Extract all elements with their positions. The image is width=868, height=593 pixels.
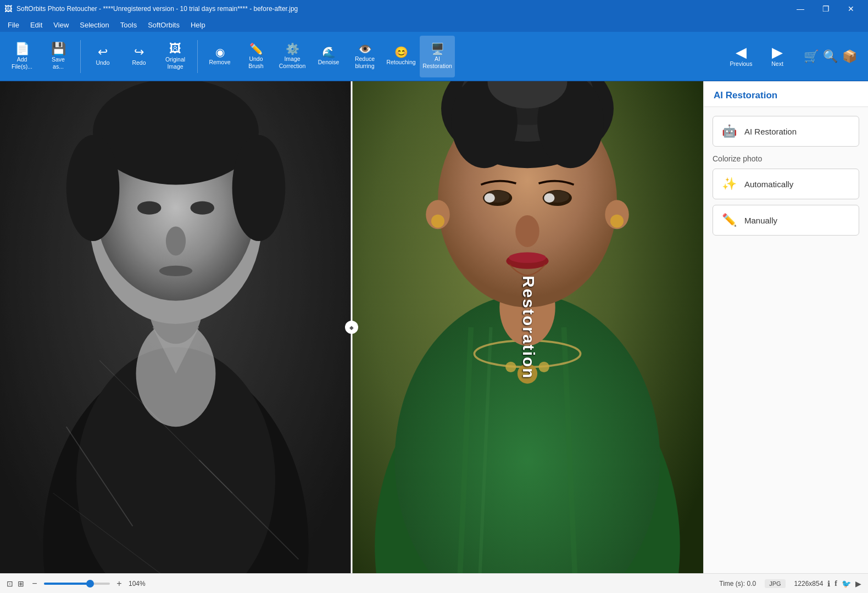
- svg-point-15: [159, 266, 192, 276]
- image-correction-label: ImageCorrection: [279, 55, 305, 69]
- remove-icon: ◉: [215, 47, 225, 58]
- ai-restoration-label: AIRestoration: [422, 55, 452, 69]
- svg-point-46: [485, 193, 495, 203]
- denoise-button[interactable]: 🌊 Denoise: [311, 36, 346, 77]
- original-image-label: OriginalImage: [165, 56, 185, 70]
- panel-header: AI Restoration: [704, 81, 868, 107]
- menu-help[interactable]: Help: [185, 20, 211, 30]
- retouching-button[interactable]: 😊 Retouching: [383, 36, 419, 77]
- twitter-icon[interactable]: 🐦: [842, 579, 851, 588]
- undo-label: Undo: [96, 59, 109, 66]
- status-bar: ⊡ ⊞ − + 104% Time (s): 0.0 JPG 1226x854 …: [0, 573, 868, 593]
- automatically-icon: ✨: [722, 177, 737, 191]
- before-image: [0, 81, 352, 573]
- ai-restoration-panel-button[interactable]: 🤖 AI Restoration: [713, 116, 859, 147]
- menu-file[interactable]: File: [2, 20, 25, 30]
- add-files-button[interactable]: 📄 AddFile(s)...: [4, 36, 40, 77]
- youtube-icon[interactable]: ▶: [855, 579, 861, 588]
- search-icon[interactable]: 🔍: [823, 49, 838, 64]
- minimize-button[interactable]: —: [788, 0, 813, 18]
- status-social-icons: ℹ f 🐦 ▶: [827, 579, 861, 588]
- window-title: SoftOrbits Photo Retoucher - ****Unregis…: [16, 5, 298, 13]
- reduce-blurring-label: Reduceblurring: [355, 55, 375, 69]
- zoom-out-button[interactable]: −: [29, 578, 41, 590]
- dimensions-label: 1226x854: [794, 580, 824, 588]
- reduce-blurring-icon: 👁️: [358, 43, 372, 54]
- next-icon: ▶: [772, 45, 783, 59]
- main-area: ◆ Restoration AI Restoration 🤖 AI Restor…: [0, 81, 868, 573]
- cart-icon[interactable]: 🛒: [804, 49, 819, 64]
- title-left: 🖼 SoftOrbits Photo Retoucher - ****Unreg…: [4, 4, 298, 13]
- separator-1: [80, 40, 81, 73]
- manually-button[interactable]: ✏️ Manually: [713, 205, 859, 236]
- title-bar: 🖼 SoftOrbits Photo Retoucher - ****Unreg…: [0, 0, 868, 18]
- title-controls: — ❐ ✕: [788, 0, 864, 18]
- format-badge: JPG: [765, 579, 785, 588]
- zoom-slider[interactable]: [44, 583, 110, 585]
- next-button[interactable]: ▶ Next: [760, 36, 795, 77]
- split-handle[interactable]: ◆: [345, 321, 358, 334]
- automatically-button[interactable]: ✨ Automatically: [713, 169, 859, 199]
- add-files-icon: 📄: [15, 43, 30, 55]
- status-fit-icon[interactable]: ⊡: [7, 579, 13, 588]
- app-icon: 🖼: [4, 4, 12, 13]
- svg-point-28: [505, 362, 516, 372]
- svg-point-41: [610, 215, 624, 228]
- manually-icon: ✏️: [722, 213, 737, 227]
- zoom-controls: − + 104%: [29, 578, 151, 590]
- facebook-icon[interactable]: f: [834, 579, 837, 588]
- status-zoom-fit-icon[interactable]: ⊞: [18, 579, 24, 588]
- remove-label: Remove: [209, 59, 230, 66]
- menu-softorbits[interactable]: SoftOrbits: [142, 20, 185, 30]
- after-image: [352, 81, 703, 573]
- image-correction-button[interactable]: ⚙️ ImageCorrection: [275, 36, 310, 77]
- undo-brush-icon: ✏️: [249, 43, 263, 54]
- zoom-thumb[interactable]: [86, 580, 94, 588]
- svg-point-50: [509, 253, 546, 263]
- redo-icon: ↪: [134, 46, 144, 58]
- status-info: Time (s): 0.0 JPG 1226x854: [719, 579, 823, 588]
- ai-restoration-panel-icon: 🤖: [722, 124, 737, 138]
- svg-point-12: [137, 202, 161, 215]
- canvas-area[interactable]: ◆ Restoration: [0, 81, 703, 573]
- menu-edit[interactable]: Edit: [25, 20, 48, 30]
- svg-point-9: [93, 81, 259, 184]
- undo-brush-button[interactable]: ✏️ UndoBrush: [238, 36, 274, 77]
- denoise-icon: 🌊: [322, 47, 336, 58]
- cube-icon[interactable]: 📦: [842, 49, 857, 64]
- original-image-button[interactable]: 🖼 OriginalImage: [158, 36, 193, 77]
- toolbar-group-history: ↩ Undo ↪ Redo 🖼 OriginalImage: [85, 36, 193, 77]
- menu-view[interactable]: View: [48, 20, 74, 30]
- toolbar: 📄 AddFile(s)... 💾 Saveas... ↩ Undo ↪ Red…: [0, 32, 868, 81]
- ai-restoration-toolbar-button[interactable]: 🖥️ AIRestoration: [420, 36, 455, 77]
- info-icon[interactable]: ℹ: [827, 579, 830, 588]
- svg-point-27: [518, 363, 537, 383]
- previous-button[interactable]: ◀ Previous: [724, 36, 759, 77]
- split-container: ◆ Restoration: [0, 81, 703, 573]
- redo-button[interactable]: ↪ Redo: [121, 36, 157, 77]
- toolbar-group-main: 📄 AddFile(s)... 💾 Saveas...: [4, 36, 76, 77]
- separator-2: [197, 40, 198, 73]
- original-image-icon: 🖼: [169, 43, 181, 55]
- before-half: [0, 81, 352, 573]
- redo-label: Redo: [132, 59, 146, 66]
- undo-button[interactable]: ↩ Undo: [85, 36, 120, 77]
- after-svg: [352, 81, 703, 573]
- close-button[interactable]: ✕: [838, 0, 864, 18]
- zoom-in-button[interactable]: +: [113, 578, 125, 590]
- undo-icon: ↩: [98, 46, 108, 58]
- add-files-label: AddFile(s)...: [12, 56, 32, 70]
- toolbar-right-icons: 🛒 🔍 📦: [797, 49, 864, 64]
- manually-label: Manually: [744, 216, 777, 225]
- image-correction-icon: ⚙️: [286, 43, 299, 54]
- undo-brush-label: UndoBrush: [248, 55, 263, 69]
- menu-tools[interactable]: Tools: [115, 20, 142, 30]
- toolbar-nav-group: ◀ Previous ▶ Next: [724, 36, 795, 77]
- reduce-blurring-button[interactable]: 👁️ Reduceblurring: [347, 36, 382, 77]
- remove-button[interactable]: ◉ Remove: [202, 36, 237, 77]
- svg-point-48: [515, 215, 539, 247]
- save-as-button[interactable]: 💾 Saveas...: [41, 36, 76, 77]
- maximize-button[interactable]: ❐: [813, 0, 838, 18]
- previous-label: Previous: [730, 60, 753, 68]
- menu-selection[interactable]: Selection: [74, 20, 114, 30]
